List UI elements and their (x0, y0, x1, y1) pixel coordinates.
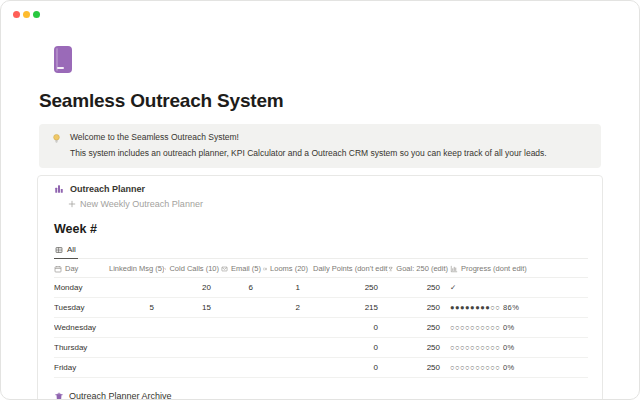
cell-email[interactable]: 6 (221, 278, 263, 298)
table-row-wednesday: Wednesday 0 250 ○○○○○○○○○○ 0% (54, 318, 588, 338)
cell-linkedin[interactable] (106, 358, 164, 378)
cell-linkedin[interactable] (106, 278, 164, 298)
trophy-icon (388, 265, 393, 273)
cell-progress: ✓ (450, 278, 588, 298)
video-camera-icon (263, 265, 267, 273)
tab-all-label: All (67, 245, 76, 254)
cell-looms[interactable]: 2 (263, 298, 310, 318)
column-header-looms[interactable]: Looms (20) (263, 260, 310, 278)
cell-looms[interactable] (263, 318, 310, 338)
cell-linkedin[interactable]: 5 (106, 298, 164, 318)
table-row-thursday: Thursday 0 250 ○○○○○○○○○○ 0% (54, 338, 588, 358)
close-window-button[interactable] (13, 11, 20, 18)
cell-email[interactable] (221, 358, 263, 378)
light-bulb-icon (51, 133, 62, 158)
cell-daily-points: 215 (310, 298, 388, 318)
cell-progress: ○○○○○○○○○○ 0% (450, 338, 588, 358)
cell-cold-calls[interactable]: 15 (164, 298, 221, 318)
cell-email[interactable] (221, 338, 263, 358)
window-controls (13, 11, 40, 18)
archive-page-label: Outreach Planner Archive (69, 391, 172, 400)
callout-line1: Welcome to the Seamless Outreach System! (70, 132, 547, 142)
cell-day[interactable]: Wednesday (54, 318, 106, 338)
column-header-day[interactable]: Day (54, 260, 106, 278)
cell-email[interactable] (221, 298, 263, 318)
trash-archive-icon (54, 392, 64, 400)
app-window: Seamless Outreach System Welcome to the … (0, 0, 640, 400)
new-weekly-planner-label: New Weekly Outreach Planner (80, 199, 203, 209)
cell-linkedin[interactable] (106, 318, 164, 338)
cell-daily-points: 250 (310, 278, 388, 298)
column-header-goal[interactable]: Goal: 250 (edit) (388, 260, 450, 278)
planner-table: Day Linkedin Msg (5) Cold Calls (10) Ema… (54, 260, 588, 378)
cell-day[interactable]: Tuesday (54, 298, 106, 318)
envelope-icon (221, 265, 228, 273)
cell-daily-points: 0 (310, 338, 388, 358)
tab-all[interactable]: All (54, 245, 78, 259)
cell-day[interactable]: Thursday (54, 338, 106, 358)
archive-page-link[interactable]: Outreach Planner Archive (54, 391, 172, 400)
minimize-window-button[interactable] (23, 11, 30, 18)
cell-cold-calls[interactable]: 20 (164, 278, 221, 298)
cell-goal[interactable]: 250 (388, 318, 450, 338)
collection-title: Outreach Planner (70, 184, 145, 194)
zoom-window-button[interactable] (33, 11, 40, 18)
cell-daily-points: 0 (310, 318, 388, 338)
chart-icon (450, 265, 458, 273)
cell-cold-calls[interactable] (164, 338, 221, 358)
column-header-progress[interactable]: Progress (dont edit) (450, 260, 588, 278)
new-weekly-planner-button[interactable]: New Weekly Outreach Planner (68, 199, 588, 209)
cell-day[interactable]: Monday (54, 278, 106, 298)
outreach-planner-card: Outreach Planner New Weekly Outreach Pla… (37, 175, 603, 400)
week-heading: Week # (54, 222, 588, 236)
column-header-cold-calls[interactable]: Cold Calls (10) (164, 260, 221, 278)
plus-icon (68, 200, 76, 208)
cell-email[interactable] (221, 318, 263, 338)
cell-goal[interactable]: 250 (388, 278, 450, 298)
cell-daily-points: 0 (310, 358, 388, 378)
collection-header: Outreach Planner (54, 184, 588, 194)
bar-chart-icon (54, 184, 64, 194)
cell-goal[interactable]: 250 (388, 358, 450, 378)
phone-icon (164, 265, 166, 273)
cell-goal[interactable]: 250 (388, 338, 450, 358)
table-view-icon (55, 246, 63, 254)
cell-progress: ●●●●●●●●○○ 86% (450, 298, 588, 318)
column-header-email[interactable]: Email (5) (221, 260, 263, 278)
welcome-callout: Welcome to the Seamless Outreach System!… (39, 124, 601, 168)
column-header-linkedin[interactable]: Linkedin Msg (5) (106, 260, 164, 278)
column-header-daily-points[interactable]: Daily Points (don't edit) (310, 260, 388, 278)
cell-progress: ○○○○○○○○○○ 0% (450, 358, 588, 378)
table-row-monday: Monday 20 6 1 250 250 ✓ (54, 278, 588, 298)
table-row-friday: Friday 0 250 ○○○○○○○○○○ 0% (54, 358, 588, 378)
cell-looms[interactable] (263, 338, 310, 358)
calendar-icon (54, 265, 62, 273)
cell-progress: ○○○○○○○○○○ 0% (450, 318, 588, 338)
cell-day[interactable]: Friday (54, 358, 106, 378)
cell-cold-calls[interactable] (164, 358, 221, 378)
table-row-tuesday: Tuesday 5 15 2 215 250 ●●●●●●●●○○ 86% (54, 298, 588, 318)
view-tabs: All (54, 245, 588, 259)
cell-cold-calls[interactable] (164, 318, 221, 338)
table-header-row: Day Linkedin Msg (5) Cold Calls (10) Ema… (54, 260, 588, 278)
callout-line2: This system includes an outreach planner… (70, 148, 547, 158)
page-icon-purple-journal[interactable] (54, 46, 72, 73)
cell-looms[interactable]: 1 (263, 278, 310, 298)
cell-linkedin[interactable] (106, 338, 164, 358)
cell-looms[interactable] (263, 358, 310, 378)
page-title: Seamless Outreach System (39, 90, 601, 112)
cell-goal[interactable]: 250 (388, 298, 450, 318)
